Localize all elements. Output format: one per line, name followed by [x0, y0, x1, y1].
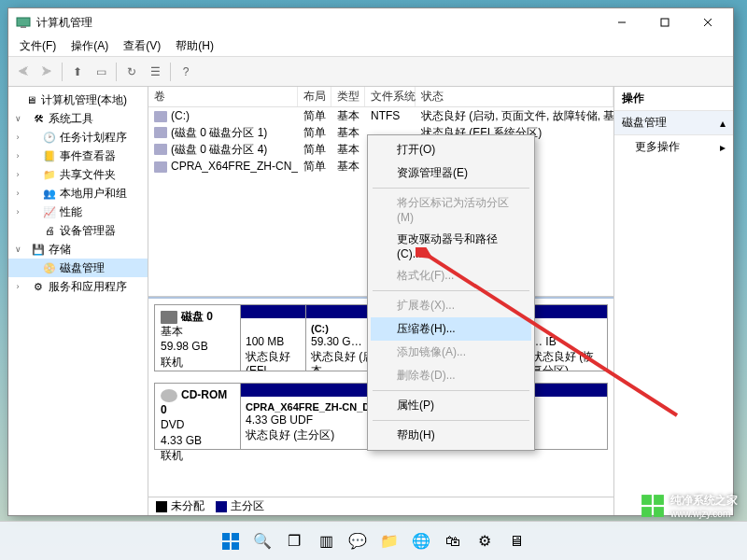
watermark-logo-icon: [641, 494, 665, 518]
toolbar: ⮜ ⮞ ⬆ ▭ ↻ ☰ ?: [8, 57, 733, 87]
volume-icon: [154, 111, 167, 122]
col-volume[interactable]: 卷: [148, 87, 298, 106]
svg-rect-11: [222, 533, 230, 540]
help-button[interactable]: ?: [175, 61, 197, 83]
app-icon: [16, 15, 31, 30]
svg-rect-0: [17, 18, 30, 26]
tree-system-tools[interactable]: ∨🛠系统工具: [8, 109, 148, 128]
show-hide-button[interactable]: ▭: [90, 61, 112, 83]
volume-header[interactable]: 卷 布局 类型 文件系统 状态: [148, 87, 613, 107]
services-icon: ⚙: [31, 279, 46, 294]
nav-tree[interactable]: 🖥计算机管理(本地) ∨🛠系统工具 ›🕑任务计划程序 ›📒事件查看器 ›📁共享文…: [8, 87, 148, 515]
actions-more[interactable]: 更多操作▸: [614, 135, 733, 159]
actions-section-disk[interactable]: 磁盘管理▴: [614, 111, 733, 135]
folder-icon: 📁: [42, 167, 57, 182]
svg-rect-13: [222, 542, 230, 550]
ctx-shrink[interactable]: 压缩卷(H)...: [371, 317, 531, 341]
col-filesystem[interactable]: 文件系统: [365, 87, 416, 106]
disk0-partition-efi[interactable]: 100 MB状态良好 (EFI …: [241, 305, 306, 371]
volume-icon: [154, 161, 167, 173]
window-title: 计算机管理: [36, 15, 600, 31]
event-icon: 📒: [42, 148, 57, 163]
svg-rect-9: [641, 507, 652, 517]
explorer-icon[interactable]: 📁: [377, 529, 402, 553]
tree-performance[interactable]: ›📈性能: [8, 203, 148, 221]
forward-button: ⮞: [35, 61, 58, 83]
tree-disk-management[interactable]: 📀磁盘管理: [8, 259, 148, 277]
cdrom-0-label[interactable]: CD-ROM 0 DVD 4.33 GB 联机: [155, 384, 241, 449]
ctx-add-mirror: 添加镜像(A)...: [371, 341, 531, 364]
actions-pane: 操作 磁盘管理▴ 更多操作▸: [613, 87, 733, 515]
tools-icon: 🛠: [31, 111, 46, 126]
menu-view[interactable]: 查看(V): [118, 36, 166, 56]
tree-storage[interactable]: ∨💾存储: [8, 240, 148, 259]
perf-icon: 📈: [42, 204, 57, 219]
search-icon[interactable]: 🔍: [250, 529, 275, 553]
properties-button[interactable]: ☰: [144, 61, 166, 83]
disk0-partition-recovery[interactable]: … IB状态良好 (恢复分区): [527, 305, 607, 371]
task-view-icon[interactable]: ❐: [282, 529, 306, 553]
volume-row[interactable]: (C:)简单基本NTFS状态良好 (启动, 页面文件, 故障转储, 基本数据…: [148, 107, 613, 124]
ctx-properties[interactable]: 属性(P): [371, 394, 531, 417]
ctx-explorer[interactable]: 资源管理器(E): [371, 161, 531, 185]
chevron-right-icon: ▸: [720, 141, 726, 154]
svg-rect-8: [654, 495, 664, 505]
cdrom-icon: [161, 389, 177, 402]
ctx-change-letter[interactable]: 更改驱动器号和路径(C)...: [371, 228, 531, 264]
menu-help[interactable]: 帮助(H): [170, 36, 219, 56]
disk-0-label[interactable]: 磁盘 0 基本 59.98 GB 联机: [155, 305, 241, 371]
watermark-text: 纯净系统之家: [670, 493, 738, 509]
tree-root[interactable]: 🖥计算机管理(本地): [8, 91, 148, 109]
device-icon: 🖨: [42, 223, 57, 238]
refresh-button[interactable]: ↻: [120, 61, 143, 83]
storage-icon: 💾: [31, 242, 46, 257]
tree-local-users[interactable]: ›👥本地用户和组: [8, 184, 148, 203]
hdd-icon: [161, 311, 177, 324]
widgets-icon[interactable]: ▥: [314, 529, 338, 553]
chevron-up-icon: ▴: [720, 117, 726, 130]
col-status[interactable]: 状态: [416, 87, 613, 106]
tree-services[interactable]: ›⚙服务和应用程序: [8, 277, 148, 296]
watermark: 纯净系统之家 www.wjzy.com: [641, 493, 738, 519]
store-icon[interactable]: 🛍: [441, 529, 465, 553]
legend-unallocated: 未分配: [156, 498, 204, 514]
close-button[interactable]: [686, 8, 729, 36]
svg-rect-14: [232, 542, 239, 550]
context-menu: 打开(O) 资源管理器(E) 将分区标记为活动分区(M) 更改驱动器号和路径(C…: [367, 134, 535, 451]
taskbar[interactable]: 🔍 ❐ ▥ 💬 📁 🌐 🛍 ⚙ 🖥: [0, 521, 747, 560]
tree-device-manager[interactable]: 🖨设备管理器: [8, 221, 148, 240]
maximize-button[interactable]: [643, 8, 686, 36]
titlebar[interactable]: 计算机管理: [8, 8, 733, 36]
menubar: 文件(F) 操作(A) 查看(V) 帮助(H): [8, 36, 733, 57]
menu-action[interactable]: 操作(A): [65, 36, 114, 56]
svg-rect-10: [654, 507, 664, 517]
disk-icon: 📀: [42, 260, 57, 275]
chat-icon[interactable]: 💬: [345, 529, 370, 553]
tree-shared-folders[interactable]: ›📁共享文件夹: [8, 165, 148, 184]
ctx-format: 格式化(F)...: [371, 264, 531, 287]
tree-task-scheduler[interactable]: ›🕑任务计划程序: [8, 128, 148, 147]
watermark-url: www.wjzy.com: [670, 509, 738, 519]
ctx-delete: 删除卷(D)...: [371, 364, 531, 387]
menu-file[interactable]: 文件(F): [14, 36, 62, 56]
ctx-help[interactable]: 帮助(H): [371, 424, 531, 447]
col-layout[interactable]: 布局: [298, 87, 331, 106]
svg-rect-3: [661, 19, 669, 26]
start-button[interactable]: [218, 529, 243, 553]
ctx-extend: 扩展卷(X)...: [371, 294, 531, 317]
svg-rect-7: [641, 495, 652, 505]
svg-rect-12: [232, 533, 239, 540]
ctx-open[interactable]: 打开(O): [371, 138, 531, 161]
minimize-button[interactable]: [600, 8, 643, 36]
col-type[interactable]: 类型: [331, 87, 365, 106]
actions-title: 操作: [614, 87, 733, 111]
edge-icon[interactable]: 🌐: [409, 529, 433, 553]
volume-icon: [154, 127, 167, 138]
settings-icon[interactable]: ⚙: [472, 529, 497, 553]
up-button[interactable]: ⬆: [66, 61, 89, 83]
svg-rect-1: [21, 26, 26, 28]
computer-icon: 🖥: [23, 92, 38, 107]
app-taskbar-icon[interactable]: 🖥: [504, 529, 529, 553]
tree-event-viewer[interactable]: ›📒事件查看器: [8, 147, 148, 165]
legend: 未分配 主分区: [148, 497, 613, 515]
